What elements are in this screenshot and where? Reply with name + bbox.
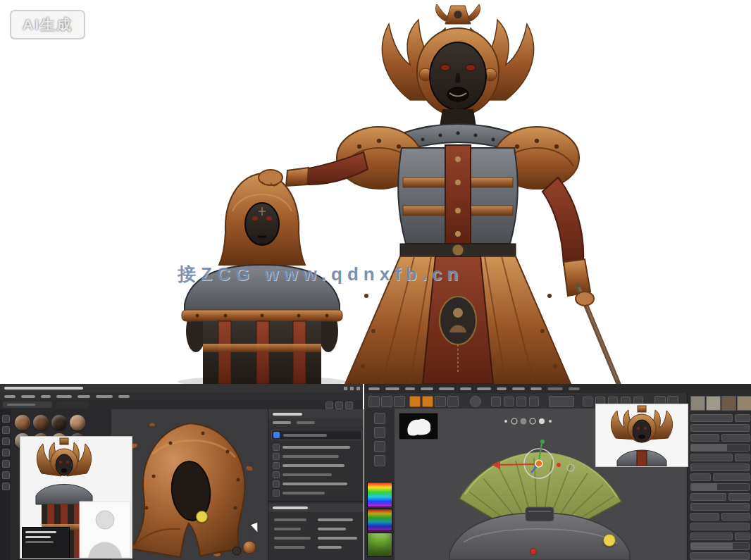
toolbar-icon[interactable]	[583, 397, 592, 406]
floor-grid-icon[interactable]	[516, 397, 526, 406]
left-app-viewport[interactable]	[111, 409, 268, 560]
panel-tabs[interactable]	[268, 418, 364, 427]
shelf-button[interactable]	[735, 454, 750, 461]
property-row[interactable]	[268, 533, 364, 542]
material-sphere[interactable]	[70, 415, 85, 430]
tool-icon[interactable]	[368, 396, 380, 407]
brush-tool-icon[interactable]	[2, 415, 10, 423]
polygon-fill-icon[interactable]	[2, 449, 10, 456]
shelf-button[interactable]	[713, 473, 750, 481]
toolbar-dropdown[interactable]	[549, 396, 574, 407]
tool-icon[interactable]	[381, 396, 392, 407]
perspective-icon[interactable]	[504, 397, 514, 406]
document-tab[interactable]	[3, 402, 52, 408]
eraser-tool-icon[interactable]	[2, 426, 10, 434]
character-art	[120, 0, 627, 384]
maximize-icon[interactable]	[350, 387, 354, 390]
shelf-button[interactable]	[690, 454, 733, 461]
sidebar-icon[interactable]	[374, 427, 385, 438]
sidebar-icon[interactable]	[374, 413, 385, 424]
section-header[interactable]	[268, 504, 364, 512]
layer-row[interactable]	[268, 452, 364, 461]
material-sphere[interactable]	[51, 415, 67, 430]
shelf-button[interactable]	[728, 493, 750, 501]
shelf-button[interactable]	[690, 493, 726, 501]
red-marker-dot	[530, 548, 537, 555]
shelf-button[interactable]	[690, 523, 750, 530]
layer-row[interactable]	[268, 488, 364, 497]
shelf-button[interactable]	[690, 463, 750, 471]
yellow-annotation-dot	[603, 534, 616, 547]
reference-head-art	[596, 404, 688, 466]
settings-icon[interactable]	[335, 402, 343, 409]
shelf-button[interactable]	[690, 414, 733, 422]
active-color-swatch[interactable]	[367, 533, 392, 556]
character-render-area: AI生成 接ZCG www.qdnxfb.cn	[0, 0, 751, 384]
symmetry-icon[interactable]	[491, 397, 501, 406]
polyframe-icon[interactable]	[529, 397, 539, 406]
shelf-button[interactable]	[690, 513, 719, 521]
shelf-button[interactable]	[735, 414, 750, 422]
material-picker-icon[interactable]	[2, 483, 10, 490]
gradient-swatch[interactable]	[367, 509, 392, 531]
edit-mode-button[interactable]	[409, 396, 421, 407]
shelf-controls	[690, 414, 750, 560]
shelf-slider[interactable]	[690, 483, 750, 491]
layer-row[interactable]	[268, 470, 364, 479]
tool-icon[interactable]	[394, 396, 405, 407]
close-icon[interactable]	[356, 387, 360, 390]
layer-row[interactable]	[268, 479, 364, 488]
shelf-button[interactable]	[690, 503, 750, 511]
right-app-menubar[interactable]	[364, 384, 751, 394]
property-row[interactable]	[268, 524, 364, 533]
layer-row[interactable]	[268, 442, 364, 452]
ai-generated-label: AI生成	[23, 16, 73, 32]
filter-chip[interactable]	[273, 432, 280, 438]
shelf-button[interactable]	[690, 473, 711, 481]
material-sphere[interactable]	[15, 415, 30, 430]
sidebar-icon[interactable]	[374, 441, 385, 452]
material-thumb[interactable]	[706, 396, 721, 411]
left-app-menubar[interactable]	[0, 392, 363, 400]
brush-alpha-thumbnail[interactable]	[399, 413, 438, 440]
material-thumb[interactable]	[737, 396, 751, 411]
left-app-body	[0, 409, 363, 560]
alpha-shape	[399, 413, 437, 439]
property-row[interactable]	[268, 542, 364, 552]
material-sphere[interactable]	[33, 415, 49, 430]
sidebar-icon[interactable]	[374, 455, 385, 466]
ai-generated-badge: AI生成	[10, 10, 85, 39]
shelf-slider[interactable]	[690, 444, 750, 452]
left-app-reference-image	[20, 436, 132, 559]
material-thumb[interactable]	[721, 396, 736, 411]
sculpt-app-window	[364, 384, 751, 560]
left-app-titlebar[interactable]	[0, 384, 363, 392]
smudge-tool-icon[interactable]	[2, 460, 10, 468]
color-picker[interactable]	[367, 482, 392, 507]
property-row[interactable]	[268, 515, 364, 524]
projection-tool-icon[interactable]	[2, 437, 10, 445]
shelf-slider[interactable]	[690, 542, 750, 550]
material-thumb[interactable]	[690, 396, 705, 411]
document-tab[interactable]	[56, 402, 89, 408]
layout-icon[interactable]	[325, 402, 333, 409]
shelf-button[interactable]	[721, 434, 750, 442]
layer-row[interactable]	[268, 461, 364, 470]
draw-mode-button[interactable]	[422, 396, 433, 407]
search-input[interactable]	[271, 430, 362, 440]
shelf-button[interactable]	[721, 513, 750, 521]
shelf-button[interactable]	[690, 434, 719, 442]
move-mode-icon[interactable]	[435, 396, 446, 407]
shelf-button[interactable]	[690, 533, 733, 540]
clone-tool-icon[interactable]	[2, 471, 10, 479]
shelf-button[interactable]	[735, 533, 750, 540]
left-app-properties-panel	[268, 409, 364, 560]
shelf-button[interactable]	[690, 552, 750, 560]
shelf-button[interactable]	[690, 424, 750, 432]
brush-size-icon[interactable]	[470, 396, 481, 407]
scale-mode-icon[interactable]	[447, 396, 459, 407]
right-app-shelf	[687, 393, 751, 560]
panel-header[interactable]	[268, 409, 364, 418]
minimize-icon[interactable]	[344, 387, 347, 390]
help-icon[interactable]	[345, 402, 353, 409]
